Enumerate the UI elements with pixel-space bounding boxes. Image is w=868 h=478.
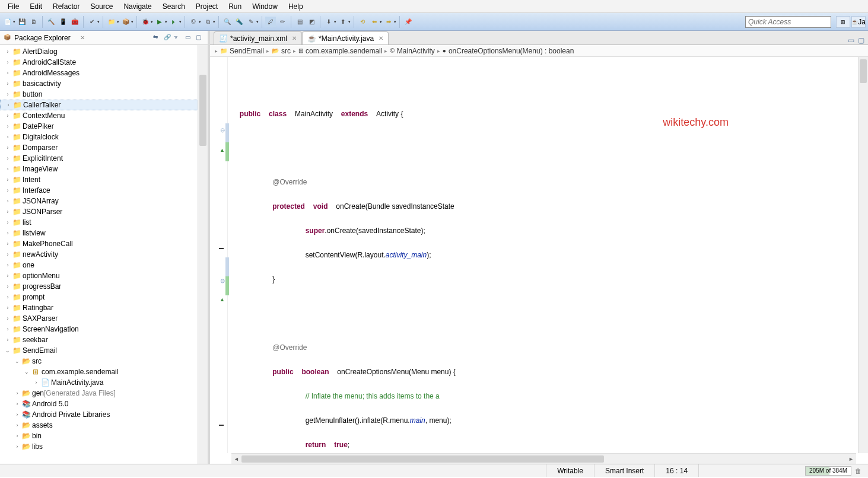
- code-body[interactable]: public class MainActivity extends Activi…: [231, 57, 856, 453]
- tree-twistie-icon[interactable]: ›: [4, 81, 12, 87]
- tree-twistie-icon[interactable]: ›: [13, 412, 21, 418]
- menu-help[interactable]: Help: [283, 1, 309, 12]
- gc-icon[interactable]: 🗑: [855, 467, 864, 474]
- close-view-icon[interactable]: ✕: [80, 34, 85, 41]
- tree-item[interactable]: ›📁prompt: [0, 292, 208, 302]
- tree-twistie-icon[interactable]: ›: [13, 433, 21, 439]
- fold-icon[interactable]: ⊖: [220, 278, 225, 284]
- scroll-left-icon[interactable]: ◄: [231, 454, 241, 464]
- tree-item[interactable]: ›📁button: [0, 89, 208, 100]
- menu-run[interactable]: Run: [223, 1, 247, 12]
- tree-twistie-icon[interactable]: ›: [4, 294, 12, 300]
- editor-tab[interactable]: ☕*MainActivity.java✕: [302, 31, 389, 44]
- fold-icon[interactable]: ⊖: [220, 127, 225, 133]
- open-perspective-button[interactable]: ⊞: [836, 16, 850, 28]
- breadcrumb-item[interactable]: SendEmail: [230, 47, 264, 55]
- code-editor[interactable]: ⊖ ▲ ⊖ ▲ wikitechy.com public class MainA…: [210, 57, 868, 464]
- new-project-icon[interactable]: 📁: [106, 17, 117, 27]
- open-type-icon[interactable]: 🔍: [222, 17, 233, 27]
- tree-item[interactable]: ›📁SAXParser: [0, 313, 208, 324]
- tree-twistie-icon[interactable]: ›: [4, 198, 12, 204]
- pin-icon[interactable]: 📌: [403, 17, 414, 27]
- tree-item[interactable]: ›📁ContextMenu: [0, 110, 208, 121]
- tree-item[interactable]: ›📁DatePiker: [0, 121, 208, 132]
- toggle-highlight-icon[interactable]: ✏: [277, 17, 288, 27]
- heap-status[interactable]: 205M of 384M: [805, 466, 851, 476]
- tree-twistie-icon[interactable]: ›: [13, 390, 21, 396]
- tree-item[interactable]: ›📂gen [Generated Java Files]: [0, 388, 208, 399]
- forward-icon[interactable]: ➡: [383, 17, 394, 27]
- tree-twistie-icon[interactable]: ›: [4, 145, 12, 151]
- save-all-icon[interactable]: 🗎: [28, 17, 39, 27]
- tree-twistie-icon[interactable]: ›: [4, 283, 12, 289]
- last-edit-icon[interactable]: ⟲: [357, 17, 368, 27]
- tree-item[interactable]: ›📁JSONArray: [0, 196, 208, 206]
- tree-twistie-icon[interactable]: ›: [4, 273, 12, 279]
- run-last-icon[interactable]: ⏵: [168, 17, 179, 27]
- tree-twistie-icon[interactable]: ⌄: [23, 369, 31, 375]
- tree-item[interactable]: ›📁MakePhoneCall: [0, 238, 208, 249]
- new-package-icon[interactable]: 📦: [120, 17, 131, 27]
- tree-scrollbar[interactable]: [198, 45, 208, 464]
- tree-item[interactable]: ›📁basicactivity: [0, 78, 208, 89]
- tree-item[interactable]: ›📁Ratingbar: [0, 302, 208, 313]
- tree-item[interactable]: ›📁one: [0, 260, 208, 270]
- tree-item[interactable]: ›📁Interface: [0, 185, 208, 196]
- tree-item[interactable]: ›📁AlertDialog: [0, 46, 208, 57]
- search-icon[interactable]: 🔦: [234, 17, 244, 27]
- sdk-icon[interactable]: 📱: [58, 17, 68, 27]
- tree-twistie-icon[interactable]: ›: [4, 166, 12, 172]
- menu-window[interactable]: Window: [247, 1, 283, 12]
- tree-twistie-icon[interactable]: ›: [4, 187, 12, 193]
- prev-ann-icon[interactable]: ⬆: [338, 17, 348, 27]
- tree-twistie-icon[interactable]: ›: [32, 380, 40, 385]
- save-icon[interactable]: 💾: [17, 17, 27, 27]
- run-icon[interactable]: ▶: [154, 17, 165, 27]
- tree-twistie-icon[interactable]: ›: [4, 177, 12, 183]
- minimize-icon[interactable]: ▭: [185, 34, 193, 42]
- tree-item[interactable]: ›📚Android 5.0: [0, 399, 208, 409]
- back-icon[interactable]: ⬅: [369, 17, 380, 27]
- link-editor-icon[interactable]: 🔗: [164, 34, 172, 42]
- tree-twistie-icon[interactable]: ›: [13, 422, 21, 428]
- tree-twistie-icon[interactable]: ›: [4, 326, 12, 332]
- tree-item[interactable]: ›📂bin: [0, 431, 208, 441]
- tree-twistie-icon[interactable]: ›: [4, 251, 12, 257]
- tree-item[interactable]: ›📁JSONParser: [0, 206, 208, 217]
- menu-refactor[interactable]: Refactor: [47, 1, 85, 12]
- avd-icon[interactable]: 🧰: [69, 17, 80, 27]
- tree-item[interactable]: ›📁ImageView: [0, 164, 208, 174]
- maximize-icon[interactable]: ▢: [196, 34, 204, 42]
- tree-twistie-icon[interactable]: ›: [4, 102, 12, 108]
- tree-item[interactable]: ›📂assets: [0, 420, 208, 431]
- build-icon[interactable]: 🔨: [46, 17, 56, 27]
- view-menu-icon[interactable]: ▿: [174, 34, 183, 42]
- maximize-editor-icon[interactable]: ▢: [858, 36, 864, 44]
- tree-item[interactable]: ›📁AndroidCallState: [0, 57, 208, 68]
- close-tab-icon[interactable]: ✕: [292, 35, 297, 42]
- project-tree[interactable]: ›📁AlertDialog›📁AndroidCallState›📁Android…: [0, 45, 208, 464]
- show-whitespace-icon[interactable]: ▤: [294, 17, 305, 27]
- minimize-editor-icon[interactable]: ▭: [848, 36, 854, 44]
- editor-tab[interactable]: 🧾*activity_main.xml✕: [214, 31, 302, 44]
- tree-item[interactable]: ›📚Android Private Libraries: [0, 409, 208, 420]
- tree-twistie-icon[interactable]: ›: [4, 134, 12, 140]
- quick-access-input[interactable]: [745, 16, 831, 28]
- debug-icon[interactable]: 🐞: [140, 17, 151, 27]
- editor-hscroll[interactable]: ◄ ►: [231, 453, 856, 464]
- menu-search[interactable]: Search: [157, 1, 190, 12]
- breadcrumb-bar[interactable]: ▸📁 SendEmail▸📂 src▸⊞ com.example.sendema…: [210, 45, 868, 57]
- tree-item[interactable]: ›📁Digitalclock: [0, 132, 208, 142]
- tree-twistie-icon[interactable]: ›: [4, 70, 12, 76]
- tree-item[interactable]: ›📁newActivity: [0, 249, 208, 260]
- tree-item[interactable]: ›📁list: [0, 217, 208, 228]
- breadcrumb-item[interactable]: onCreateOptionsMenu(Menu) : boolean: [449, 47, 574, 55]
- tree-twistie-icon[interactable]: ›: [4, 230, 12, 236]
- tree-twistie-icon[interactable]: ›: [4, 305, 12, 311]
- lint-icon[interactable]: ✔: [87, 17, 97, 27]
- tree-twistie-icon[interactable]: ›: [4, 219, 12, 225]
- scroll-right-icon[interactable]: ►: [846, 454, 856, 464]
- close-tab-icon[interactable]: ✕: [379, 35, 383, 42]
- tree-item[interactable]: ›📁ExplicitIntent: [0, 153, 208, 164]
- java-perspective-button[interactable]: ☕ Ja: [851, 16, 866, 28]
